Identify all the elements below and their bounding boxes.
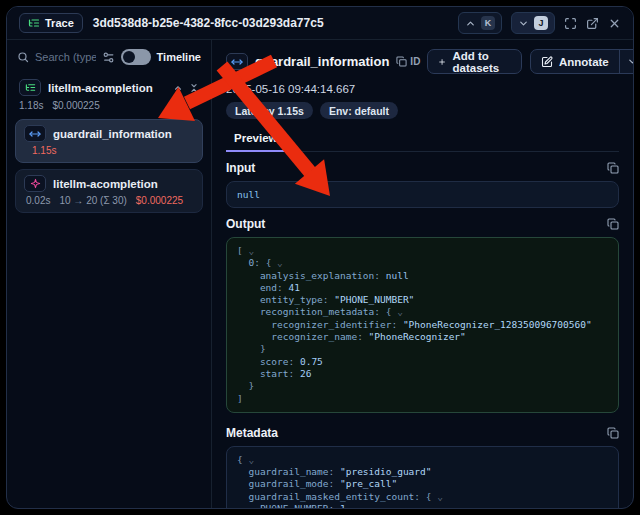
code-string: "pre_call" bbox=[340, 478, 397, 489]
search-input[interactable] bbox=[35, 51, 96, 63]
code-line: guardrail_mode: "pre_call" bbox=[237, 478, 608, 490]
generation-sparkle-icon bbox=[24, 175, 46, 192]
chevron-up-icon bbox=[465, 18, 476, 29]
code-punctuation: : bbox=[391, 319, 402, 330]
code-punctuation bbox=[237, 503, 260, 509]
code-punctuation: : bbox=[329, 503, 340, 509]
code-key: recognizer_name bbox=[271, 331, 357, 342]
code-punctuation bbox=[237, 294, 260, 305]
observation-timestamp: 2025-05-16 09:44:14.667 bbox=[226, 83, 619, 95]
tree-item-litellm-acompletion[interactable]: litellm-acompletion 0.02s 10 → 20 (Σ 30)… bbox=[15, 169, 203, 213]
code-punctuation bbox=[237, 466, 248, 477]
filter-sliders-icon[interactable] bbox=[102, 51, 115, 64]
code-punctuation bbox=[237, 491, 248, 502]
trace-root-icon bbox=[19, 79, 41, 96]
code-punctuation: : bbox=[323, 294, 334, 305]
code-null: null bbox=[386, 270, 409, 281]
input-section-title: Input bbox=[226, 161, 255, 175]
code-punctuation: : bbox=[289, 356, 300, 367]
collapse-all-icon[interactable] bbox=[189, 83, 199, 93]
tree-item-guardrail-information[interactable]: guardrail_information 1.15s bbox=[15, 119, 203, 163]
top-bar: Trace 3dd538d8-b25e-4382-8fcc-03d293da77… bbox=[7, 7, 633, 40]
page-title: guardrail_information bbox=[255, 54, 389, 69]
code-key: recognition_metadata bbox=[260, 306, 374, 317]
metadata-json-viewer: { ⌄ guardrail_name: "presidio_guard" gua… bbox=[226, 446, 619, 509]
code-number: 26 bbox=[300, 368, 311, 379]
code-punctuation: } bbox=[237, 343, 266, 354]
annotate-button[interactable]: Annotate bbox=[531, 50, 619, 73]
code-key: guardrail_mode bbox=[248, 478, 328, 489]
code-punctuation bbox=[237, 368, 260, 379]
code-line: } bbox=[237, 380, 608, 392]
collapse-chevron-icon[interactable]: ⌄ bbox=[437, 491, 443, 502]
code-punctuation bbox=[237, 270, 260, 281]
copy-output-button[interactable] bbox=[607, 218, 619, 230]
timeline-toggle[interactable] bbox=[121, 49, 151, 65]
tab-bar: Preview bbox=[226, 128, 619, 152]
code-line: score: 0.75 bbox=[237, 356, 608, 368]
chevron-down-icon bbox=[627, 56, 634, 67]
collapse-chevron-icon[interactable]: ⌄ bbox=[248, 454, 254, 465]
code-number: 0.75 bbox=[300, 356, 323, 367]
output-json-viewer: [ ⌄ 0: { ⌄ analysis_explanation: null en… bbox=[226, 237, 619, 413]
code-punctuation bbox=[237, 356, 260, 367]
trace-type-badge: Trace bbox=[19, 13, 83, 33]
code-punctuation: ] bbox=[237, 393, 243, 404]
next-item-button[interactable]: J bbox=[511, 12, 555, 34]
code-punctuation bbox=[237, 319, 271, 330]
trace-detail-window: Trace 3dd538d8-b25e-4382-8fcc-03d293da77… bbox=[6, 6, 634, 509]
latency-badge: Latency 1.15s bbox=[226, 102, 313, 119]
output-section-title: Output bbox=[226, 217, 265, 231]
annotate-split-button: Annotate bbox=[530, 49, 634, 74]
code-punctuation bbox=[237, 257, 248, 268]
expand-icon[interactable] bbox=[564, 17, 577, 30]
add-to-datasets-button[interactable]: Add to datasets bbox=[427, 49, 522, 74]
copy-input-button[interactable] bbox=[607, 162, 619, 174]
trace-badge-label: Trace bbox=[45, 17, 74, 29]
id-label: ID bbox=[410, 56, 420, 67]
code-punctuation: : bbox=[289, 368, 300, 379]
code-line: PHONE_NUMBER: 1 bbox=[237, 503, 608, 509]
code-string: "PhoneRecognizer" bbox=[369, 331, 466, 342]
code-key: PHONE_NUMBER bbox=[260, 503, 329, 509]
code-punctuation: : { bbox=[374, 306, 397, 317]
pen-square-icon bbox=[541, 56, 553, 68]
open-external-icon[interactable] bbox=[586, 17, 599, 30]
code-punctuation bbox=[237, 331, 271, 342]
span-latency: 1.15s bbox=[32, 145, 56, 156]
tab-preview[interactable]: Preview bbox=[226, 132, 285, 152]
code-line: recognizer_identifier: "PhoneRecognizer_… bbox=[237, 319, 608, 331]
code-punctuation bbox=[237, 282, 260, 293]
code-key: score bbox=[260, 356, 289, 367]
tree-item-trace-root[interactable]: litellm-acompletion 1.18s $0.00022 bbox=[15, 77, 203, 113]
span-arrows-icon bbox=[24, 125, 46, 142]
collapse-chevron-icon[interactable]: ⌄ bbox=[397, 306, 403, 317]
copy-metadata-button[interactable] bbox=[607, 427, 619, 439]
code-punctuation: : bbox=[329, 478, 340, 489]
code-line: { ⌄ bbox=[237, 454, 608, 466]
code-line: start: 26 bbox=[237, 368, 608, 380]
tree-item-label: litellm-acompletion bbox=[48, 82, 153, 94]
annotate-dropdown-button[interactable] bbox=[619, 50, 634, 73]
scroll-to-top-icon[interactable] bbox=[173, 83, 183, 93]
top-bar-actions: K J bbox=[458, 12, 621, 34]
prev-item-button[interactable]: K bbox=[458, 12, 502, 34]
collapse-chevron-icon[interactable]: ⌄ bbox=[248, 245, 254, 256]
code-key: guardrail_masked_entity_count bbox=[248, 491, 414, 502]
trace-cost: $0.000225 bbox=[52, 100, 99, 111]
plus-icon bbox=[438, 56, 446, 68]
code-punctuation: [ bbox=[237, 245, 248, 256]
code-punctuation bbox=[237, 306, 260, 317]
code-punctuation: : bbox=[329, 466, 340, 477]
collapse-chevron-icon[interactable]: ⌄ bbox=[277, 257, 283, 268]
close-icon[interactable] bbox=[608, 17, 621, 30]
timeline-label: Timeline bbox=[157, 51, 201, 63]
code-line: recognition_metadata: { ⌄ bbox=[237, 306, 608, 318]
code-punctuation: : bbox=[357, 331, 368, 342]
copy-id-button[interactable]: ID bbox=[396, 56, 420, 67]
code-line: [ ⌄ bbox=[237, 245, 608, 257]
input-value-box: null bbox=[226, 181, 619, 208]
code-line: 0: { ⌄ bbox=[237, 257, 608, 269]
search-icon bbox=[17, 51, 29, 63]
code-punctuation: : { bbox=[414, 491, 437, 502]
